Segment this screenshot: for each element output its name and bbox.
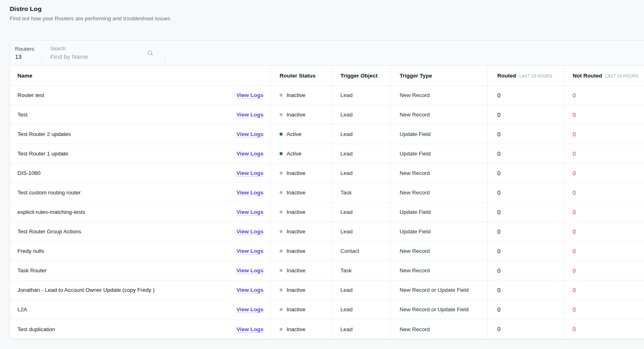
column-header-not-routed: Not Routed LAST 24 HOURS	[564, 66, 644, 85]
router-name: L2A	[17, 306, 27, 312]
routed-count-cell: 0	[488, 86, 564, 105]
name-cell: Fredy nulls View Logs	[10, 241, 271, 261]
column-header-router-status: Router Status	[271, 66, 332, 85]
router-name: Test Router Group Actions	[17, 228, 81, 235]
router-status-cell: Inactive	[271, 86, 332, 105]
name-cell: Test custom routing router View Logs	[10, 183, 271, 202]
not-routed-count-cell: 0	[564, 222, 644, 241]
table-body: Router test View Logs Inactive Lead New …	[10, 86, 644, 339]
view-logs-link[interactable]: View Logs	[236, 92, 263, 98]
trigger-type-cell: New Record	[391, 105, 488, 124]
router-status-text: Inactive	[287, 248, 306, 254]
view-logs-link[interactable]: View Logs	[236, 131, 263, 137]
not-routed-count-cell: 0	[564, 203, 644, 222]
trigger-type-cell: Update Field	[391, 222, 488, 241]
column-header-router-status-label: Router Status	[280, 73, 316, 79]
table-row: Jonathan - Lead to Account Owner Update …	[10, 280, 644, 300]
status-indicator-icon	[280, 211, 282, 213]
table-row: Task Router View Logs Inactive Task New …	[10, 261, 644, 280]
routed-count-cell: 0	[488, 144, 564, 163]
router-status-cell: Inactive	[271, 164, 332, 183]
view-logs-link[interactable]: View Logs	[236, 287, 263, 293]
routed-count-cell: 0	[488, 125, 564, 144]
trigger-type-cell: Update Field	[391, 144, 488, 163]
search-block: Search	[42, 41, 165, 65]
router-status-text: Inactive	[287, 209, 306, 215]
routed-count-cell: 0	[488, 261, 564, 280]
routed-count-cell: 0	[488, 164, 564, 183]
router-status-cell: Inactive	[271, 280, 332, 299]
trigger-object-cell: Task	[332, 183, 391, 202]
view-logs-link[interactable]: View Logs	[236, 170, 263, 176]
not-routed-count-cell: 0	[564, 144, 644, 163]
not-routed-count-cell: 0	[564, 319, 644, 339]
column-header-routed-label: Routed	[497, 73, 516, 79]
trigger-type-cell: New Record	[391, 319, 488, 339]
table-row: Test Router Group Actions View Logs Inac…	[10, 222, 644, 241]
status-indicator-icon	[280, 113, 282, 116]
router-status-text: Inactive	[287, 112, 306, 118]
routed-count-cell: 0	[488, 222, 564, 241]
view-logs-link[interactable]: View Logs	[236, 326, 263, 332]
view-logs-link[interactable]: View Logs	[236, 112, 263, 118]
view-logs-link[interactable]: View Logs	[236, 248, 263, 254]
trigger-type-cell: Update Field	[391, 203, 488, 222]
view-logs-link[interactable]: View Logs	[236, 209, 263, 215]
status-indicator-icon	[280, 289, 282, 291]
router-status-cell: Inactive	[271, 241, 332, 261]
routed-period-badge: LAST 24 HOURS	[520, 73, 553, 78]
trigger-type-cell: New Record or Update Field	[391, 300, 488, 319]
routed-count-cell: 0	[488, 280, 564, 299]
routers-count-block: Routers 13	[10, 41, 42, 65]
view-logs-link[interactable]: View Logs	[236, 151, 263, 157]
trigger-type-cell: New Record	[391, 86, 488, 105]
router-name: Jonathan - Lead to Account Owner Update …	[17, 287, 154, 293]
trigger-type-cell: New Record	[391, 164, 488, 183]
router-status-cell: Inactive	[271, 105, 332, 124]
card-toolbar: Routers 13 Search	[10, 41, 644, 66]
not-routed-count-cell: 0	[564, 105, 644, 124]
status-indicator-icon	[280, 230, 282, 233]
name-cell: Test View Logs	[10, 105, 271, 124]
router-status-text: Inactive	[287, 287, 306, 293]
status-indicator-icon	[280, 152, 282, 155]
trigger-object-cell: Lead	[332, 105, 391, 124]
router-status-cell: Inactive	[271, 203, 332, 222]
trigger-object-cell: Lead	[332, 280, 391, 299]
trigger-object-cell: Lead	[332, 164, 391, 183]
name-cell: Task Router View Logs	[10, 261, 271, 280]
table-row: Test custom routing router View Logs Ina…	[10, 183, 644, 203]
view-logs-link[interactable]: View Logs	[236, 306, 263, 312]
not-routed-count-cell: 0	[564, 280, 644, 299]
table-row: Test duplication View Logs Inactive Lead…	[10, 319, 644, 339]
column-header-routed: Routed LAST 24 HOURS	[488, 66, 564, 85]
not-routed-count-cell: 0	[564, 86, 644, 105]
routed-count-cell: 0	[488, 203, 564, 222]
trigger-object-cell: Lead	[332, 203, 391, 222]
name-cell: Test Router 2 updates View Logs	[10, 125, 271, 144]
name-cell: Test duplication View Logs	[10, 319, 271, 339]
view-logs-link[interactable]: View Logs	[236, 190, 263, 196]
routed-count-cell: 0	[488, 300, 564, 319]
not-routed-count-cell: 0	[564, 300, 644, 319]
not-routed-count-cell: 0	[564, 125, 644, 144]
name-cell: DIS-1060 View Logs	[10, 164, 271, 183]
name-cell: Router test View Logs	[10, 86, 271, 105]
router-status-cell: Inactive	[271, 319, 332, 339]
view-logs-link[interactable]: View Logs	[236, 228, 263, 235]
name-cell: Jonathan - Lead to Account Owner Update …	[10, 280, 271, 299]
trigger-object-cell: Lead	[332, 144, 391, 163]
column-header-name-label: Name	[17, 73, 32, 79]
table-row: DIS-1060 View Logs Inactive Lead New Rec…	[10, 164, 644, 183]
trigger-object-cell: Lead	[332, 125, 391, 144]
router-status-text: Active	[287, 151, 302, 157]
trigger-object-cell: Contact	[332, 241, 391, 261]
page-subtitle: Find out how your Routers are performing…	[10, 15, 634, 22]
trigger-type-cell: New Record	[391, 183, 488, 202]
search-input[interactable]	[50, 53, 139, 60]
router-status-cell: Inactive	[271, 183, 332, 202]
view-logs-link[interactable]: View Logs	[236, 267, 263, 274]
column-header-trigger-object: Trigger Object	[332, 66, 391, 85]
status-indicator-icon	[280, 250, 282, 252]
column-header-not-routed-label: Not Routed	[573, 73, 602, 79]
